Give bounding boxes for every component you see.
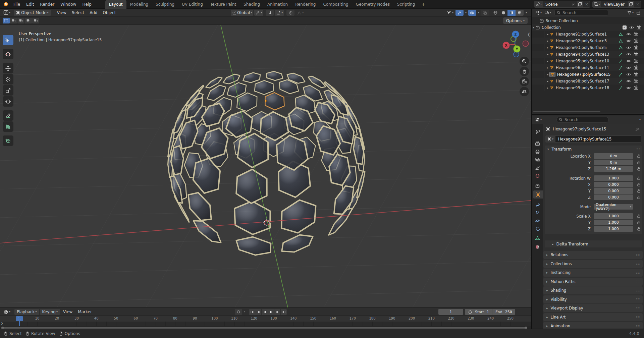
viewport-3d[interactable]: User Perspective (1) Collection | Hexago… <box>0 25 531 307</box>
properties-options-caret[interactable]: ▾ <box>639 118 641 121</box>
section-visibility[interactable]: ▸Visibility∷∷ <box>543 295 643 303</box>
camera-icon[interactable] <box>634 52 638 57</box>
timeline-menu-keying[interactable]: Keying▾ <box>40 309 60 315</box>
rendered-shading-button[interactable] <box>516 10 524 16</box>
section-viewport-display[interactable]: ▸Viewport Display∷∷ <box>543 304 643 312</box>
blender-logo-icon[interactable] <box>3 1 8 7</box>
properties-tab-physics[interactable] <box>532 217 543 225</box>
workspace-tab-layout[interactable]: Layout <box>105 0 126 9</box>
expand-item-icon[interactable]: ▸ <box>546 46 549 49</box>
viewport-menu-view[interactable]: View <box>54 9 69 17</box>
tool-measure-button[interactable] <box>3 121 13 132</box>
timeline-editor-type-icon[interactable]: ▾ <box>2 309 12 315</box>
section-line-art[interactable]: ▸Line Art∷∷ <box>543 313 643 321</box>
select-mode-box[interactable] <box>10 18 17 23</box>
topbar-menu-window[interactable]: Window <box>57 0 79 9</box>
outliner-item-row[interactable]: ▸Hexagone98:polySurface17 <box>532 78 644 84</box>
section-motion-paths[interactable]: ▸Motion Paths∷∷ <box>543 278 643 286</box>
view-layer-selector[interactable]: ▾ ViewLayer × <box>592 1 641 8</box>
playhead[interactable] <box>19 316 20 326</box>
tool-annotate-button[interactable] <box>3 110 13 121</box>
camera-icon[interactable] <box>634 45 638 50</box>
lock-icon[interactable] <box>637 176 641 180</box>
outliner-scrollbar[interactable] <box>533 111 600 112</box>
workspace-tab-compositing[interactable]: Compositing <box>319 0 352 9</box>
collection-checkbox[interactable]: ✓ <box>623 25 627 30</box>
section-collections[interactable]: ▸Collections∷∷ <box>543 260 643 268</box>
lock-icon[interactable] <box>637 154 641 158</box>
properties-tab-scene[interactable] <box>532 164 543 172</box>
properties-tab-view-layer[interactable] <box>532 156 543 164</box>
section-shading[interactable]: ▸Shading∷∷ <box>543 286 643 294</box>
transform-value-field[interactable]: 1.000 <box>594 175 633 181</box>
section-relations[interactable]: ▸Relations∷∷ <box>543 251 643 259</box>
topbar-menu-render[interactable]: Render <box>37 0 57 9</box>
transform-value-field[interactable]: 0.000 <box>594 188 633 194</box>
next-keyframe-button[interactable] <box>274 309 280 315</box>
wireframe-shading-button[interactable] <box>491 10 499 16</box>
tool-cursor-button[interactable] <box>3 49 13 59</box>
section-instancing[interactable]: ▸Instancing∷∷ <box>543 269 643 277</box>
play-button[interactable] <box>268 309 274 315</box>
orientation-dropdown[interactable]: Global ▾ <box>231 10 253 16</box>
tool-rotate-button[interactable] <box>3 74 13 84</box>
expand-item-icon[interactable]: ▸ <box>546 86 549 90</box>
add-workspace-button[interactable]: + <box>419 0 428 9</box>
viewport-menu-object[interactable]: Object <box>100 9 118 17</box>
eye-icon[interactable] <box>626 39 631 43</box>
snap-target-dropdown[interactable]: ▾ <box>275 10 284 16</box>
section-drag-handle[interactable]: ∷∷ <box>636 289 640 292</box>
timeline-menu-marker[interactable]: Marker <box>75 309 94 315</box>
workspace-tab-animation[interactable]: Animation <box>264 0 291 9</box>
show-overlays-toggle[interactable] <box>468 10 476 16</box>
outliner-item-row[interactable]: ▸Hexagone96:polySurface11 <box>532 64 644 71</box>
overlays-dropdown-caret[interactable]: ▾ <box>477 11 480 14</box>
lock-icon[interactable] <box>637 214 641 218</box>
lock-icon[interactable] <box>637 220 641 225</box>
topbar-menu-help[interactable]: Help <box>79 0 94 9</box>
workspace-tab-scripting[interactable]: Scripting <box>393 0 419 9</box>
auto-keying-dropdown[interactable]: ▾ <box>243 311 246 313</box>
tool-add-cube-button[interactable] <box>3 135 13 146</box>
select-mode-circle[interactable] <box>17 18 24 23</box>
new-collection-icon[interactable] <box>635 10 642 16</box>
lock-icon[interactable] <box>637 195 641 200</box>
outliner-item-row[interactable]: ▸Hexagone97:polySurface15 <box>532 71 644 78</box>
select-mode-lasso[interactable] <box>25 18 32 23</box>
zoom-button[interactable] <box>520 57 529 66</box>
outliner-scene-collection-row[interactable]: Scene Collection <box>532 17 644 24</box>
tool-scale-button[interactable] <box>3 85 13 96</box>
transform-value-field[interactable]: 1.000 <box>594 220 633 225</box>
prev-keyframe-button[interactable] <box>255 309 261 315</box>
timeline-menu-view[interactable]: View <box>61 309 75 315</box>
scene-name[interactable]: Scene <box>543 2 571 7</box>
eye-icon[interactable] <box>626 45 631 50</box>
workspace-tab-texture-paint[interactable]: Texture Paint <box>207 0 240 9</box>
eye-icon[interactable] <box>626 32 631 37</box>
properties-tab-collection[interactable] <box>532 182 543 190</box>
properties-search-input[interactable]: Search <box>556 117 609 123</box>
id-type-icon[interactable]: ▾ <box>545 135 555 143</box>
section-drag-handle[interactable]: ∷∷ <box>636 271 640 275</box>
properties-tab-tool[interactable] <box>532 127 543 135</box>
properties-tab-constraints[interactable] <box>532 225 543 233</box>
transform-value-field[interactable]: 0.000 <box>594 182 633 187</box>
transform-collapse-caret[interactable]: ▾ <box>547 148 549 151</box>
lock-icon[interactable] <box>637 182 641 187</box>
properties-tab-modifiers[interactable] <box>532 201 543 209</box>
camera-icon[interactable] <box>634 72 638 77</box>
tool-transform-button[interactable] <box>3 96 13 107</box>
workspace-tab-modeling[interactable]: Modeling <box>126 0 152 9</box>
new-scene-icon[interactable] <box>577 1 583 7</box>
properties-tab-particles[interactable] <box>532 209 543 217</box>
panel-drag-handle[interactable]: ∷∷ <box>636 148 639 151</box>
new-layer-icon[interactable] <box>628 1 634 7</box>
workspace-tab-shading[interactable]: Shading <box>240 0 264 9</box>
play-reverse-button[interactable] <box>262 309 268 315</box>
eye-icon[interactable] <box>629 25 634 30</box>
workspace-tab-sculpting[interactable]: Sculpting <box>152 0 178 9</box>
navigation-gizmo[interactable]: Z X Y <box>499 27 530 58</box>
lock-icon[interactable] <box>637 160 641 165</box>
properties-tab-material[interactable] <box>532 243 543 251</box>
show-gizmo-toggle[interactable] <box>455 10 464 16</box>
